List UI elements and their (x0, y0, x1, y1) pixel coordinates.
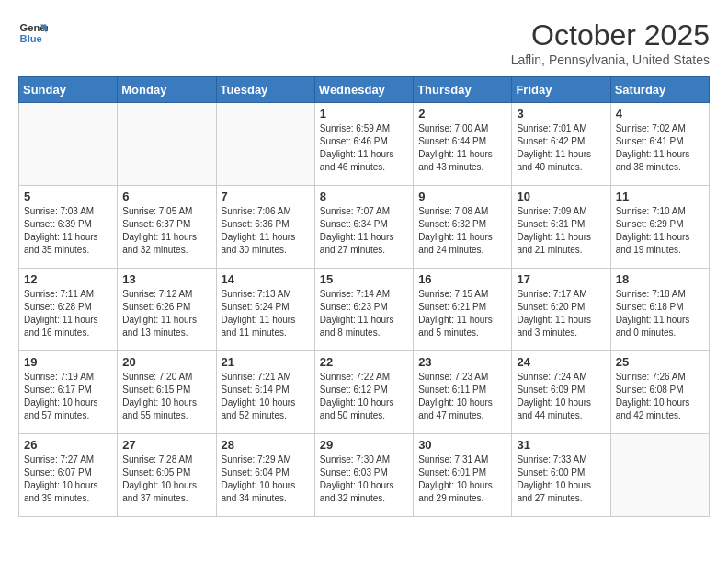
weekday-header-sunday: Sunday (19, 77, 118, 103)
day-info: Sunrise: 7:24 AM Sunset: 6:09 PM Dayligh… (517, 371, 605, 422)
logo-icon: General Blue (18, 18, 48, 48)
week-row-1: 1Sunrise: 6:59 AM Sunset: 6:46 PM Daylig… (19, 103, 710, 186)
day-info: Sunrise: 7:33 AM Sunset: 6:00 PM Dayligh… (517, 454, 605, 505)
day-info: Sunrise: 7:31 AM Sunset: 6:01 PM Dayligh… (418, 454, 506, 505)
day-info: Sunrise: 7:18 AM Sunset: 6:18 PM Dayligh… (616, 288, 704, 339)
day-info: Sunrise: 7:23 AM Sunset: 6:11 PM Dayligh… (418, 371, 506, 422)
day-info: Sunrise: 7:02 AM Sunset: 6:41 PM Dayligh… (616, 122, 704, 174)
day-number: 23 (418, 355, 506, 369)
day-number: 24 (517, 355, 605, 369)
day-cell: 6Sunrise: 7:05 AM Sunset: 6:37 PM Daylig… (118, 186, 216, 269)
day-number: 4 (616, 107, 704, 121)
day-cell (216, 103, 314, 186)
day-number: 19 (24, 355, 112, 369)
day-cell: 2Sunrise: 7:00 AM Sunset: 6:44 PM Daylig… (414, 103, 512, 186)
day-cell: 15Sunrise: 7:14 AM Sunset: 6:23 PM Dayli… (314, 269, 413, 351)
day-number: 8 (320, 190, 408, 203)
day-cell: 3Sunrise: 7:01 AM Sunset: 6:42 PM Daylig… (512, 103, 610, 186)
day-cell (19, 103, 118, 186)
day-cell: 29Sunrise: 7:30 AM Sunset: 6:03 PM Dayli… (314, 434, 413, 517)
day-number: 6 (122, 190, 210, 203)
day-info: Sunrise: 7:13 AM Sunset: 6:24 PM Dayligh… (222, 288, 310, 339)
week-row-5: 26Sunrise: 7:27 AM Sunset: 6:07 PM Dayli… (19, 434, 710, 517)
month-title: October 2025 (511, 18, 710, 52)
day-number: 3 (517, 107, 605, 121)
location-subtitle: Laflin, Pennsylvania, United States (511, 52, 710, 67)
day-info: Sunrise: 6:59 AM Sunset: 6:46 PM Dayligh… (320, 122, 408, 174)
day-number: 10 (517, 190, 605, 203)
day-cell (118, 103, 216, 186)
day-cell: 8Sunrise: 7:07 AM Sunset: 6:34 PM Daylig… (314, 186, 413, 269)
day-number: 12 (24, 272, 112, 286)
weekday-header-saturday: Saturday (610, 77, 709, 103)
day-number: 16 (418, 272, 506, 286)
week-row-4: 19Sunrise: 7:19 AM Sunset: 6:17 PM Dayli… (19, 351, 710, 434)
weekday-header-tuesday: Tuesday (216, 77, 314, 103)
day-number: 11 (616, 190, 704, 203)
day-info: Sunrise: 7:26 AM Sunset: 6:08 PM Dayligh… (616, 371, 704, 422)
day-number: 22 (320, 355, 408, 369)
day-cell: 23Sunrise: 7:23 AM Sunset: 6:11 PM Dayli… (414, 351, 512, 434)
day-cell: 17Sunrise: 7:17 AM Sunset: 6:20 PM Dayli… (512, 269, 610, 351)
day-number: 20 (122, 355, 210, 369)
day-number: 21 (222, 355, 310, 369)
day-cell: 25Sunrise: 7:26 AM Sunset: 6:08 PM Dayli… (610, 351, 709, 434)
week-row-3: 12Sunrise: 7:11 AM Sunset: 6:28 PM Dayli… (19, 269, 710, 351)
day-number: 28 (222, 438, 310, 452)
day-info: Sunrise: 7:20 AM Sunset: 6:15 PM Dayligh… (122, 371, 210, 422)
day-number: 18 (616, 272, 704, 286)
day-info: Sunrise: 7:22 AM Sunset: 6:12 PM Dayligh… (320, 371, 408, 422)
day-cell: 5Sunrise: 7:03 AM Sunset: 6:39 PM Daylig… (19, 186, 118, 269)
day-number: 31 (517, 438, 605, 452)
day-number: 1 (320, 107, 408, 121)
day-info: Sunrise: 7:30 AM Sunset: 6:03 PM Dayligh… (320, 454, 408, 505)
day-cell: 31Sunrise: 7:33 AM Sunset: 6:00 PM Dayli… (512, 434, 610, 517)
calendar-table: SundayMondayTuesdayWednesdayThursdayFrid… (18, 76, 710, 517)
day-info: Sunrise: 7:10 AM Sunset: 6:29 PM Dayligh… (616, 205, 704, 257)
page-header: General Blue October 2025 Laflin, Pennsy… (18, 18, 710, 67)
day-cell: 13Sunrise: 7:12 AM Sunset: 6:26 PM Dayli… (118, 269, 216, 351)
weekday-header-friday: Friday (512, 77, 610, 103)
day-info: Sunrise: 7:14 AM Sunset: 6:23 PM Dayligh… (320, 288, 408, 339)
day-info: Sunrise: 7:05 AM Sunset: 6:37 PM Dayligh… (122, 205, 210, 257)
day-info: Sunrise: 7:27 AM Sunset: 6:07 PM Dayligh… (24, 454, 112, 505)
weekday-header-thursday: Thursday (414, 77, 512, 103)
day-cell: 26Sunrise: 7:27 AM Sunset: 6:07 PM Dayli… (19, 434, 118, 517)
day-number: 5 (24, 190, 112, 203)
day-cell: 11Sunrise: 7:10 AM Sunset: 6:29 PM Dayli… (610, 186, 709, 269)
day-number: 2 (418, 107, 506, 121)
day-cell: 22Sunrise: 7:22 AM Sunset: 6:12 PM Dayli… (314, 351, 413, 434)
day-cell: 28Sunrise: 7:29 AM Sunset: 6:04 PM Dayli… (216, 434, 314, 517)
day-number: 29 (320, 438, 408, 452)
day-info: Sunrise: 7:03 AM Sunset: 6:39 PM Dayligh… (24, 205, 112, 257)
day-cell: 21Sunrise: 7:21 AM Sunset: 6:14 PM Dayli… (216, 351, 314, 434)
day-cell: 27Sunrise: 7:28 AM Sunset: 6:05 PM Dayli… (118, 434, 216, 517)
day-info: Sunrise: 7:12 AM Sunset: 6:26 PM Dayligh… (122, 288, 210, 339)
day-info: Sunrise: 7:15 AM Sunset: 6:21 PM Dayligh… (418, 288, 506, 339)
day-number: 26 (24, 438, 112, 452)
day-number: 7 (222, 190, 310, 203)
day-cell (610, 434, 709, 517)
day-info: Sunrise: 7:29 AM Sunset: 6:04 PM Dayligh… (222, 454, 310, 505)
day-number: 15 (320, 272, 408, 286)
logo: General Blue (18, 18, 48, 48)
day-number: 14 (222, 272, 310, 286)
day-number: 27 (122, 438, 210, 452)
day-cell: 16Sunrise: 7:15 AM Sunset: 6:21 PM Dayli… (414, 269, 512, 351)
weekday-header-wednesday: Wednesday (314, 77, 413, 103)
day-info: Sunrise: 7:21 AM Sunset: 6:14 PM Dayligh… (222, 371, 310, 422)
day-cell: 4Sunrise: 7:02 AM Sunset: 6:41 PM Daylig… (610, 103, 709, 186)
day-number: 25 (616, 355, 704, 369)
day-cell: 19Sunrise: 7:19 AM Sunset: 6:17 PM Dayli… (19, 351, 118, 434)
day-cell: 7Sunrise: 7:06 AM Sunset: 6:36 PM Daylig… (216, 186, 314, 269)
day-cell: 14Sunrise: 7:13 AM Sunset: 6:24 PM Dayli… (216, 269, 314, 351)
day-cell: 18Sunrise: 7:18 AM Sunset: 6:18 PM Dayli… (610, 269, 709, 351)
weekday-header-row: SundayMondayTuesdayWednesdayThursdayFrid… (19, 77, 710, 103)
day-info: Sunrise: 7:11 AM Sunset: 6:28 PM Dayligh… (24, 288, 112, 339)
day-info: Sunrise: 7:28 AM Sunset: 6:05 PM Dayligh… (122, 454, 210, 505)
day-info: Sunrise: 7:00 AM Sunset: 6:44 PM Dayligh… (418, 122, 506, 174)
day-info: Sunrise: 7:01 AM Sunset: 6:42 PM Dayligh… (517, 122, 605, 174)
day-number: 30 (418, 438, 506, 452)
day-info: Sunrise: 7:19 AM Sunset: 6:17 PM Dayligh… (24, 371, 112, 422)
day-info: Sunrise: 7:06 AM Sunset: 6:36 PM Dayligh… (222, 205, 310, 257)
